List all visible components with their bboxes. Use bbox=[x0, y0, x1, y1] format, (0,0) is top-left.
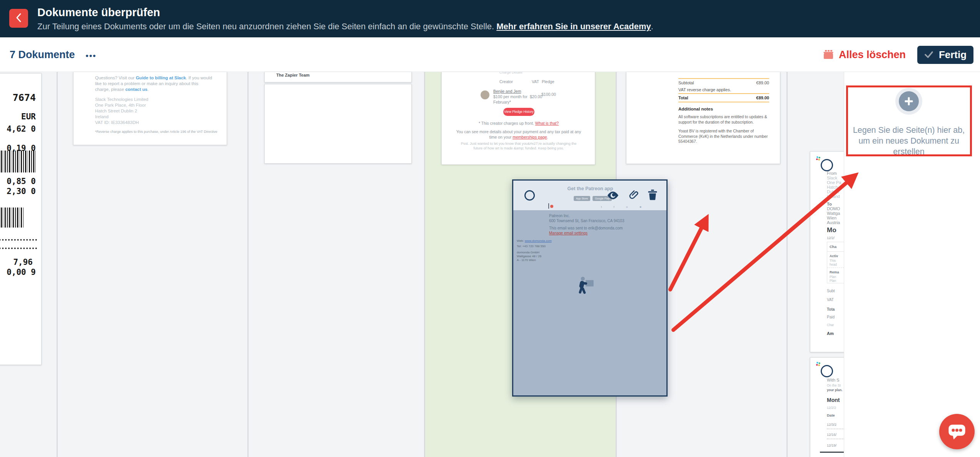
invoice-heading: Mo bbox=[827, 228, 836, 233]
contact-us-link: contact us bbox=[125, 87, 148, 92]
barcode bbox=[0, 151, 37, 172]
invoice-questions-text: Questions? Visit our Guide to billing at… bbox=[95, 75, 214, 92]
barcode bbox=[0, 208, 23, 228]
tel-line: Tel: +43 720 788 550 bbox=[517, 244, 546, 248]
table-header-pledge: Pledge bbox=[542, 79, 554, 84]
academy-link[interactable]: Mehr erfahren Sie in unserer Academy bbox=[496, 22, 651, 31]
document-board: 7674 EUR 4,62 0 0,19 0 0,85 0 2,30 0 7,9… bbox=[0, 72, 980, 457]
toolbar: 7 Dokumente ••• Alles löschen Fertig bbox=[0, 37, 980, 72]
rule bbox=[820, 452, 844, 453]
receipt-separator bbox=[0, 239, 37, 241]
page-thumbnail-receipt[interactable]: 7674 EUR 4,62 0 0,19 0 0,85 0 2,30 0 7,9… bbox=[0, 73, 42, 365]
column-divider bbox=[424, 72, 425, 457]
sent-to-line: This email was sent to erik@domonda.com bbox=[549, 226, 623, 231]
new-document-dropzone[interactable]: Legen Sie die Seite(n) hier ab, um ein n… bbox=[846, 85, 972, 156]
to-label: To bbox=[827, 202, 832, 206]
toolbar-left: 7 Dokumente ••• bbox=[10, 37, 97, 72]
notes-paragraph: All software subscriptions are entitled … bbox=[678, 114, 771, 125]
drag-overlay bbox=[513, 210, 666, 397]
dragged-page-header: Get the Patreon app App StoreGoogle Play… bbox=[513, 181, 666, 210]
toolbar-right: Alles löschen Fertig bbox=[823, 37, 973, 72]
delete-all-button[interactable]: Alles löschen bbox=[823, 49, 906, 61]
view-pledge-history-button: View Pledge History bbox=[503, 108, 534, 116]
column-divider bbox=[247, 72, 249, 457]
column-divider bbox=[57, 72, 58, 457]
page-select-circle[interactable] bbox=[524, 190, 535, 201]
check-icon bbox=[924, 51, 933, 58]
patreon-cut-header: Charge Details bbox=[499, 72, 523, 74]
document-count-label: 7 Dokumente bbox=[10, 49, 75, 61]
text-cursor bbox=[548, 203, 549, 209]
porter-person-box-icon bbox=[575, 276, 597, 298]
pledge-description: February* bbox=[493, 100, 511, 104]
receipt-total: 7,96 bbox=[13, 258, 33, 267]
slack-logo-icon bbox=[816, 156, 821, 162]
street-line: Wattgasse 48 / 26 bbox=[517, 254, 541, 258]
rule bbox=[678, 78, 769, 79]
page-thumbnail-zapier-1[interactable]: The Zapier Team bbox=[264, 72, 412, 82]
arrow-short bbox=[670, 218, 706, 290]
delete-page-button[interactable] bbox=[648, 189, 658, 202]
subtotal-row: Subtotal€89.00 bbox=[678, 80, 769, 85]
additional-notes-title: Additional notes bbox=[678, 107, 769, 111]
header-bar: Dokumente überprüfen Zur Teilung eines D… bbox=[0, 0, 980, 37]
rule bbox=[827, 439, 844, 439]
company-address: Slack Technologies Limited One Park Plac… bbox=[95, 97, 149, 126]
rule bbox=[678, 102, 769, 102]
web-line: Web: www.domonda.com bbox=[517, 239, 552, 243]
page-title: Dokumente überprüfen bbox=[37, 6, 160, 19]
preview-eye-button[interactable] bbox=[607, 191, 619, 201]
page-thumbnail-zapier-2[interactable] bbox=[264, 84, 412, 164]
org-line: domonda GmbH bbox=[517, 251, 539, 254]
done-button[interactable]: Fertig bbox=[917, 46, 973, 64]
column-divider bbox=[786, 72, 788, 457]
page-thumbnail-patreon[interactable]: Charge Details Creator VAT Pledge Benjie… bbox=[441, 72, 595, 165]
slack-logo-icon bbox=[816, 361, 821, 368]
patreon-app-title: Get the Patreon app bbox=[552, 186, 629, 191]
creator-name-link: Benjie and Jem bbox=[493, 89, 521, 94]
document-review-app: Dokumente überprüfen Zur Teilung eines D… bbox=[0, 0, 980, 457]
page-select-circle[interactable] bbox=[821, 159, 833, 171]
receipt-currency: EUR bbox=[21, 112, 36, 121]
receipt-separator bbox=[0, 248, 37, 249]
plus-icon bbox=[899, 91, 919, 111]
chat-widget-button[interactable] bbox=[939, 414, 975, 449]
trash-icon bbox=[823, 50, 834, 60]
more-options-button[interactable]: ••• bbox=[86, 51, 97, 60]
dragged-page-card[interactable]: Get the Patreon app App StoreGoogle Play… bbox=[512, 179, 668, 397]
notes-paragraph: Yoast BV is registered with the Chamber … bbox=[678, 129, 771, 144]
receipt-amount: 2,30 0 bbox=[7, 187, 36, 196]
what-is-that-link: What is that? bbox=[535, 121, 559, 126]
chat-bubble-icon bbox=[948, 423, 966, 440]
page-select-circle[interactable] bbox=[821, 365, 833, 377]
psst-note: Psst. Just wanted to let you know that y… bbox=[459, 142, 578, 151]
billing-guide-link: Guide to billing at Slack bbox=[136, 75, 186, 80]
domonda-link: www.domonda.com bbox=[525, 239, 552, 243]
vat-note-row: VAT reverse charge applies. bbox=[678, 87, 769, 92]
patreon-address-line: 600 Townsend St, San Francisco, CA 94103 bbox=[549, 219, 624, 223]
social-icons-row: t f o ► bbox=[601, 205, 648, 209]
total-row: Total€89.00 bbox=[678, 95, 769, 100]
page-thumbnail-slack-invoice[interactable]: Questions? Visit our Guide to billing at… bbox=[73, 72, 227, 145]
page-thumbnail-yoast-invoice[interactable]: Subtotal€89.00 VAT reverse charge applie… bbox=[626, 72, 780, 164]
chevron-left-icon bbox=[14, 12, 23, 25]
pledge-description: $100 per month for bbox=[493, 94, 528, 99]
city-line: A - 1170 Wien bbox=[517, 258, 536, 262]
back-button[interactable] bbox=[9, 9, 28, 28]
dropzone-label: Legen Sie die Seite(n) hier ab, um ein n… bbox=[851, 125, 967, 157]
creator-avatar bbox=[481, 90, 489, 99]
receipt-number: 7674 bbox=[13, 92, 36, 103]
attach-paperclip-button[interactable] bbox=[629, 190, 639, 202]
memberships-page-link: memberships page bbox=[513, 135, 547, 139]
patreon-company-line: Patreon Inc. bbox=[549, 214, 570, 218]
table-header-creator: Creator bbox=[499, 79, 513, 84]
page-subtitle: Zur Teilung eines Dokuments oder um die … bbox=[37, 22, 653, 32]
appstore-badge: App Store bbox=[574, 196, 590, 201]
rule bbox=[678, 93, 769, 94]
from-label: From bbox=[827, 171, 837, 176]
table-header-vat: VAT bbox=[532, 79, 539, 84]
reverse-charge-footnote: *Reverse charge applies to this purchase… bbox=[95, 130, 217, 134]
red-dot-icon bbox=[550, 205, 553, 208]
zapier-signature: The Zapier Team bbox=[276, 73, 310, 77]
manage-email-link: Manage email settings bbox=[549, 231, 588, 236]
